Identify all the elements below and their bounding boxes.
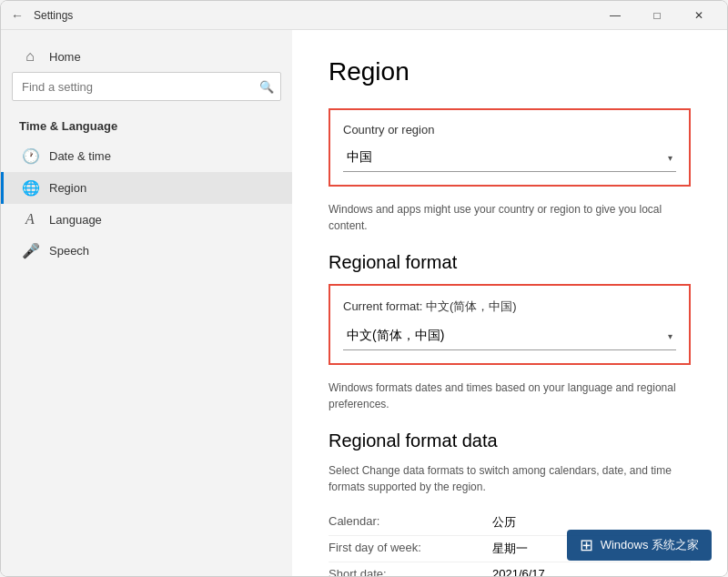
maximize-button[interactable]: □ xyxy=(636,1,678,30)
minimize-button[interactable]: — xyxy=(594,1,636,30)
firstday-value: 星期一 xyxy=(492,541,528,557)
firstday-key: First day of week: xyxy=(329,541,456,557)
search-input[interactable] xyxy=(12,72,281,101)
sidebar-item-speech[interactable]: 🎤 Speech xyxy=(1,235,292,267)
window-controls: — □ ✕ xyxy=(594,1,720,30)
sidebar-section-title: Time & Language xyxy=(1,116,292,140)
sidebar-label-region: Region xyxy=(49,181,86,195)
format-dropdown[interactable]: 中文(简体，中国) ▾ xyxy=(343,322,676,350)
mic-icon: 🎤 xyxy=(22,242,38,259)
window-title: Settings xyxy=(34,9,73,22)
search-icon: 🔍 xyxy=(259,80,274,94)
country-label: Country or region xyxy=(343,123,676,137)
sidebar-label-speech: Speech xyxy=(49,244,89,258)
sidebar-label-language: Language xyxy=(49,213,102,227)
regional-format-box: Current format: 中文(简体，中国) 中文(简体，中国) ▾ xyxy=(329,284,691,365)
shortdate-value: 2021/6/17 xyxy=(492,567,545,576)
title-bar-left: ← Settings xyxy=(8,8,73,23)
settings-window: ← Settings — □ ✕ ⌂ Home 🔍 Time & Languag… xyxy=(0,0,728,577)
calendar-value: 公历 xyxy=(492,514,516,531)
country-dropdown-arrow: ▾ xyxy=(668,153,672,163)
shortdate-key: Short date: xyxy=(329,567,456,576)
content-area: Region Country or region 中国 ▾ Windows an… xyxy=(292,30,727,576)
main-layout: ⌂ Home 🔍 Time & Language 🕐 Date & time 🌐… xyxy=(1,30,727,576)
calendar-key: Calendar: xyxy=(329,514,456,531)
sidebar-item-language[interactable]: A Language xyxy=(1,204,292,235)
format-hint: Windows formats dates and times based on… xyxy=(329,380,691,412)
country-hint: Windows and apps might use your country … xyxy=(329,201,691,234)
current-format-label: Current format: 中文(简体，中国) xyxy=(343,299,676,315)
title-bar: ← Settings — □ ✕ xyxy=(1,1,727,30)
close-button[interactable]: ✕ xyxy=(678,1,720,30)
back-button[interactable]: ← xyxy=(8,8,26,23)
sidebar-search-container: 🔍 xyxy=(12,72,281,101)
sidebar-item-region[interactable]: 🌐 Region xyxy=(1,172,292,204)
sidebar: ⌂ Home 🔍 Time & Language 🕐 Date & time 🌐… xyxy=(1,30,292,576)
clock-icon: 🕐 xyxy=(22,147,38,165)
language-icon: A xyxy=(22,211,38,228)
sidebar-item-datetime[interactable]: 🕐 Date & time xyxy=(1,140,292,172)
sidebar-label-datetime: Date & time xyxy=(49,149,111,163)
globe-icon: 🌐 xyxy=(22,179,38,197)
table-row: Short date: 2021/6/17 xyxy=(329,562,691,576)
format-value: 中文(简体，中国) xyxy=(347,328,444,344)
sidebar-label-home: Home xyxy=(49,50,81,64)
watermark-badge: ⊞ Windows 系统之家 xyxy=(567,530,712,561)
regional-format-title: Regional format xyxy=(329,252,691,273)
regional-data-description: Select Change data formats to switch amo… xyxy=(329,462,691,495)
country-value: 中国 xyxy=(347,149,372,166)
regional-data-title: Regional format data xyxy=(329,430,691,451)
watermark-text: Windows 系统之家 xyxy=(601,537,699,553)
country-section-box: Country or region 中国 ▾ xyxy=(329,108,691,187)
format-dropdown-arrow: ▾ xyxy=(668,331,672,341)
sidebar-item-home[interactable]: ⌂ Home xyxy=(1,41,292,72)
country-dropdown[interactable]: 中国 ▾ xyxy=(343,144,676,172)
home-icon: ⌂ xyxy=(22,48,38,65)
windows-logo-icon: ⊞ xyxy=(580,535,593,555)
page-title: Region xyxy=(329,57,691,86)
